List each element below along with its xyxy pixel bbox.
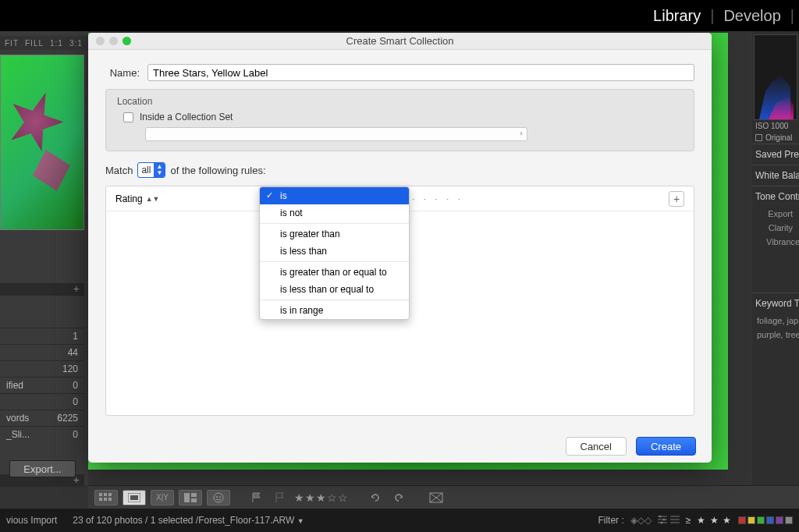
module-develop[interactable]: Develop <box>714 7 790 25</box>
stats-row[interactable]: 44 <box>0 344 84 360</box>
color-label-chip[interactable] <box>766 516 774 524</box>
add-rule-button[interactable]: + <box>669 191 684 207</box>
dropdown-item-lte[interactable]: is less than or equal to <box>260 281 409 298</box>
chevron-updown-icon: ▲▼ <box>154 163 165 177</box>
svg-point-12 <box>216 496 218 498</box>
dialog-title: Create Smart Collection <box>88 35 712 47</box>
dropdown-item-is[interactable]: is <box>260 187 409 204</box>
window-close-icon[interactable] <box>96 37 105 45</box>
svg-rect-9 <box>191 493 197 497</box>
name-input[interactable] <box>147 64 694 81</box>
survey-view-button[interactable] <box>179 490 202 505</box>
stats-value: 0 <box>73 380 78 391</box>
module-separator: | <box>790 7 794 25</box>
status-source[interactable]: vious Import <box>6 515 57 526</box>
stats-label: ified <box>6 380 23 391</box>
svg-point-13 <box>219 496 221 498</box>
crop-overlay-icon[interactable] <box>425 490 447 505</box>
dropdown-separator <box>260 223 409 224</box>
dropdown-separator <box>260 261 409 262</box>
histogram[interactable] <box>754 34 797 120</box>
stats-row[interactable]: 1 <box>0 328 84 344</box>
filter-color-labels[interactable] <box>738 516 793 524</box>
rule-value-stars[interactable]: · · · · · <box>404 193 669 204</box>
compare-view-button[interactable]: X|Y <box>151 490 174 505</box>
status-bar: vious Import 23 of 120 photos / 1 select… <box>0 509 799 532</box>
panel-section-keywords[interactable]: Keyword Tags <box>752 293 799 314</box>
zoom-3-1[interactable]: 3:1 <box>69 39 83 48</box>
leaf-graphic <box>27 144 76 196</box>
flag-pick-icon[interactable] <box>247 490 266 505</box>
stats-row[interactable]: _Sli...0 <box>0 426 84 442</box>
color-label-chip[interactable] <box>748 516 755 524</box>
stats-row[interactable]: vords6225 <box>0 410 84 426</box>
filter-rating-stars[interactable]: ★ ★ ★ <box>697 515 732 526</box>
flag-reject-icon[interactable] <box>271 490 289 505</box>
navigator-thumbnail[interactable] <box>0 55 84 230</box>
svg-point-20 <box>659 515 661 517</box>
zoom-1-1[interactable]: 1:1 <box>50 39 63 48</box>
svg-rect-4 <box>104 498 107 501</box>
filter-rating-ge[interactable]: ≥ <box>686 515 691 526</box>
dropdown-item-range[interactable]: is in range <box>260 302 409 319</box>
panel-add-button[interactable]: + <box>0 283 84 296</box>
rule-criteria-select[interactable]: Rating ▲▼ <box>115 193 252 204</box>
dropdown-item-lt[interactable]: is less than <box>260 243 409 260</box>
stats-label: _Sli... <box>6 429 30 440</box>
create-button[interactable]: Create <box>636 437 696 456</box>
original-checkbox[interactable] <box>755 134 762 141</box>
zoom-controls: FIT FILL 1:1 3:1 <box>0 36 88 50</box>
zoom-fit[interactable]: FIT <box>5 39 19 48</box>
svg-point-22 <box>660 521 662 523</box>
svg-rect-2 <box>108 493 112 496</box>
right-panel: ISO 1000 Original Saved Presets White Ba… <box>752 31 799 485</box>
zoom-fill[interactable]: FILL <box>25 39 44 48</box>
original-label: Original <box>765 133 792 142</box>
color-label-chip[interactable] <box>757 516 765 524</box>
rotate-cw-icon[interactable] <box>389 490 408 505</box>
match-suffix: of the following rules: <box>170 165 265 176</box>
panel-section-presets[interactable]: Saved Presets <box>752 144 799 165</box>
panel-sub-export[interactable]: Export <box>752 207 799 221</box>
window-zoom-icon[interactable] <box>123 37 131 45</box>
window-minimize-icon[interactable] <box>109 37 118 45</box>
svg-rect-7 <box>130 495 138 500</box>
dropdown-item-gt[interactable]: is greater than <box>260 225 409 243</box>
panel-section-wb[interactable]: White Balance <box>752 165 799 186</box>
people-view-button[interactable] <box>207 490 230 505</box>
cancel-button[interactable]: Cancel <box>566 437 627 456</box>
iso-readout: ISO 1000 <box>752 120 799 132</box>
dropdown-item-is-not[interactable]: is not <box>260 204 409 222</box>
stats-row[interactable]: ified0 <box>0 377 84 393</box>
filter-flag-icon[interactable]: ◈◇◇ <box>630 515 652 526</box>
color-label-chip[interactable] <box>785 516 793 524</box>
svg-rect-0 <box>99 493 102 496</box>
location-section: Location Inside a Collection Set <box>105 89 694 151</box>
collection-set-select[interactable] <box>145 127 527 141</box>
leaf-graphic <box>0 83 73 161</box>
stats-value: 0 <box>73 396 78 407</box>
stats-row[interactable]: 0 <box>0 393 84 410</box>
filter-sliders-icon[interactable] <box>658 514 680 527</box>
panel-sub-clarity[interactable]: Clarity <box>752 221 799 235</box>
panel-section-tone[interactable]: Tone Control <box>752 186 799 207</box>
loupe-view-button[interactable] <box>123 490 146 505</box>
color-label-chip[interactable] <box>738 516 746 524</box>
dialog-titlebar: Create Smart Collection <box>88 33 712 50</box>
create-smart-collection-dialog: Create Smart Collection Name: Location I… <box>88 33 712 463</box>
dropdown-item-gte[interactable]: is greater than or equal to <box>260 264 409 281</box>
grid-view-button[interactable] <box>94 490 118 505</box>
stats-row[interactable]: 120 <box>0 360 84 377</box>
export-button[interactable]: Export... <box>9 460 76 477</box>
svg-rect-8 <box>184 493 190 502</box>
color-label-chip[interactable] <box>776 516 783 524</box>
match-mode-select[interactable]: all ▲▼ <box>137 162 165 178</box>
panel-sub-vibrance[interactable]: Vibrance <box>752 235 799 249</box>
status-count: 23 of 120 photos / 1 selected /Forest_Fl… <box>73 515 304 526</box>
module-library[interactable]: Library <box>644 7 710 25</box>
rating-stars[interactable]: ★★★☆☆ <box>294 491 349 504</box>
inside-set-checkbox[interactable] <box>123 112 133 122</box>
filter-label: Filter : <box>598 515 623 526</box>
toolbar: X|Y ★★★☆☆ <box>88 485 799 509</box>
rotate-ccw-icon[interactable] <box>366 490 385 505</box>
